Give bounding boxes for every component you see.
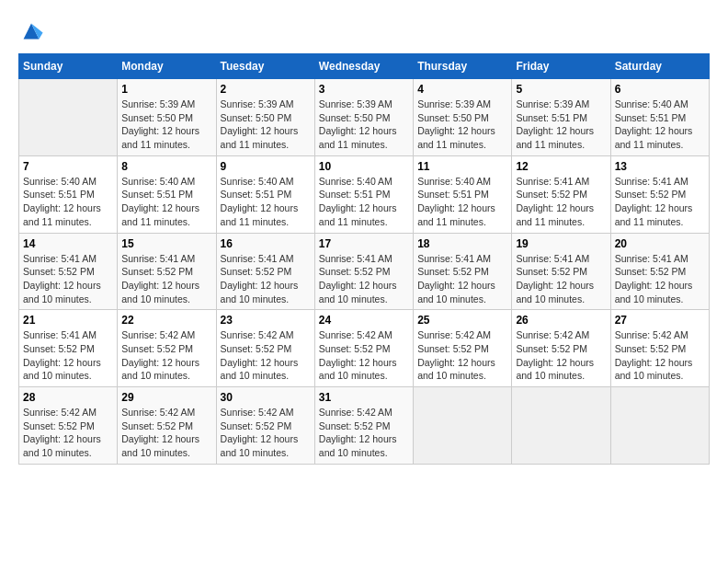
logo	[18, 18, 48, 44]
day-info: Sunrise: 5:40 AM Sunset: 5:51 PM Dayligh…	[121, 175, 211, 229]
day-info: Sunrise: 5:42 AM Sunset: 5:52 PM Dayligh…	[319, 328, 409, 383]
day-number: 9	[221, 160, 311, 173]
day-number: 25	[417, 314, 507, 327]
calendar-cell: 8Sunrise: 5:40 AM Sunset: 5:51 PM Daylig…	[118, 155, 216, 233]
day-info: Sunrise: 5:41 AM Sunset: 5:52 PM Dayligh…	[417, 252, 507, 306]
day-info: Sunrise: 5:41 AM Sunset: 5:52 PM Dayligh…	[221, 252, 311, 306]
calendar-cell: 7Sunrise: 5:40 AM Sunset: 5:51 PM Daylig…	[19, 155, 118, 233]
calendar-table: Sunday Monday Tuesday Wednesday Thursday…	[18, 53, 710, 465]
col-friday: Friday	[512, 54, 610, 79]
day-number: 23	[221, 314, 311, 327]
calendar-cell: 27Sunrise: 5:42 AM Sunset: 5:52 PM Dayli…	[610, 310, 709, 387]
day-number: 13	[615, 160, 705, 173]
calendar-cell: 24Sunrise: 5:42 AM Sunset: 5:52 PM Dayli…	[314, 310, 413, 387]
calendar-week-row: 28Sunrise: 5:42 AM Sunset: 5:52 PM Dayli…	[19, 387, 710, 465]
day-number: 28	[23, 391, 113, 404]
day-number: 11	[417, 160, 507, 173]
day-info: Sunrise: 5:42 AM Sunset: 5:52 PM Dayligh…	[615, 328, 705, 383]
day-number: 20	[615, 237, 705, 250]
day-info: Sunrise: 5:39 AM Sunset: 5:50 PM Dayligh…	[417, 98, 507, 152]
day-number: 6	[615, 83, 705, 96]
calendar-cell: 19Sunrise: 5:41 AM Sunset: 5:52 PM Dayli…	[512, 233, 610, 310]
day-info: Sunrise: 5:42 AM Sunset: 5:52 PM Dayligh…	[516, 328, 606, 383]
calendar-cell: 29Sunrise: 5:42 AM Sunset: 5:52 PM Dayli…	[118, 387, 216, 465]
day-number: 22	[121, 314, 211, 327]
calendar-cell: 6Sunrise: 5:40 AM Sunset: 5:51 PM Daylig…	[610, 79, 709, 156]
calendar-cell: 3Sunrise: 5:39 AM Sunset: 5:50 PM Daylig…	[314, 79, 413, 156]
calendar-cell: 18Sunrise: 5:41 AM Sunset: 5:52 PM Dayli…	[414, 233, 512, 310]
day-number: 30	[221, 391, 311, 404]
calendar-cell: 9Sunrise: 5:40 AM Sunset: 5:51 PM Daylig…	[216, 155, 314, 233]
calendar-cell: 23Sunrise: 5:42 AM Sunset: 5:52 PM Dayli…	[216, 310, 314, 387]
day-info: Sunrise: 5:39 AM Sunset: 5:50 PM Dayligh…	[319, 98, 409, 152]
day-info: Sunrise: 5:40 AM Sunset: 5:51 PM Dayligh…	[417, 175, 507, 229]
day-info: Sunrise: 5:42 AM Sunset: 5:52 PM Dayligh…	[121, 328, 211, 383]
col-wednesday: Wednesday	[314, 54, 413, 79]
page-header	[18, 18, 710, 44]
day-number: 3	[319, 83, 409, 96]
calendar-cell: 1Sunrise: 5:39 AM Sunset: 5:50 PM Daylig…	[118, 79, 216, 156]
col-tuesday: Tuesday	[216, 54, 314, 79]
day-number: 16	[221, 237, 311, 250]
calendar-cell: 21Sunrise: 5:41 AM Sunset: 5:52 PM Dayli…	[19, 310, 118, 387]
col-thursday: Thursday	[414, 54, 512, 79]
calendar-cell: 14Sunrise: 5:41 AM Sunset: 5:52 PM Dayli…	[19, 233, 118, 310]
day-info: Sunrise: 5:41 AM Sunset: 5:52 PM Dayligh…	[23, 328, 113, 383]
day-info: Sunrise: 5:39 AM Sunset: 5:50 PM Dayligh…	[121, 98, 211, 152]
calendar-cell: 12Sunrise: 5:41 AM Sunset: 5:52 PM Dayli…	[512, 155, 610, 233]
calendar-cell: 22Sunrise: 5:42 AM Sunset: 5:52 PM Dayli…	[118, 310, 216, 387]
day-number: 2	[221, 83, 311, 96]
day-number: 12	[516, 160, 606, 173]
day-number: 21	[23, 314, 113, 327]
calendar-cell: 13Sunrise: 5:41 AM Sunset: 5:52 PM Dayli…	[610, 155, 709, 233]
calendar-cell	[414, 387, 512, 465]
day-info: Sunrise: 5:41 AM Sunset: 5:52 PM Dayligh…	[516, 252, 606, 306]
day-number: 7	[23, 160, 113, 173]
calendar-cell: 30Sunrise: 5:42 AM Sunset: 5:52 PM Dayli…	[216, 387, 314, 465]
calendar-cell: 20Sunrise: 5:41 AM Sunset: 5:52 PM Dayli…	[610, 233, 709, 310]
day-info: Sunrise: 5:41 AM Sunset: 5:52 PM Dayligh…	[121, 252, 211, 306]
day-number: 29	[121, 391, 211, 404]
calendar-cell: 17Sunrise: 5:41 AM Sunset: 5:52 PM Dayli…	[314, 233, 413, 310]
calendar-cell: 2Sunrise: 5:39 AM Sunset: 5:50 PM Daylig…	[216, 79, 314, 156]
calendar-cell: 31Sunrise: 5:42 AM Sunset: 5:52 PM Dayli…	[314, 387, 413, 465]
logo-icon	[18, 18, 44, 44]
day-info: Sunrise: 5:41 AM Sunset: 5:52 PM Dayligh…	[516, 175, 606, 229]
day-info: Sunrise: 5:42 AM Sunset: 5:52 PM Dayligh…	[221, 328, 311, 383]
day-number: 17	[319, 237, 409, 250]
day-info: Sunrise: 5:40 AM Sunset: 5:51 PM Dayligh…	[221, 175, 311, 229]
calendar-cell: 10Sunrise: 5:40 AM Sunset: 5:51 PM Dayli…	[314, 155, 413, 233]
day-info: Sunrise: 5:40 AM Sunset: 5:51 PM Dayligh…	[319, 175, 409, 229]
calendar-cell: 15Sunrise: 5:41 AM Sunset: 5:52 PM Dayli…	[118, 233, 216, 310]
calendar-week-row: 7Sunrise: 5:40 AM Sunset: 5:51 PM Daylig…	[19, 155, 710, 233]
day-info: Sunrise: 5:42 AM Sunset: 5:52 PM Dayligh…	[23, 406, 113, 460]
day-info: Sunrise: 5:39 AM Sunset: 5:50 PM Dayligh…	[221, 98, 311, 152]
calendar-week-row: 21Sunrise: 5:41 AM Sunset: 5:52 PM Dayli…	[19, 310, 710, 387]
calendar-cell	[19, 79, 118, 156]
col-saturday: Saturday	[610, 54, 709, 79]
day-info: Sunrise: 5:41 AM Sunset: 5:52 PM Dayligh…	[23, 252, 113, 306]
day-info: Sunrise: 5:41 AM Sunset: 5:52 PM Dayligh…	[319, 252, 409, 306]
day-number: 26	[516, 314, 606, 327]
day-info: Sunrise: 5:42 AM Sunset: 5:52 PM Dayligh…	[121, 406, 211, 460]
day-number: 5	[516, 83, 606, 96]
day-info: Sunrise: 5:42 AM Sunset: 5:52 PM Dayligh…	[417, 328, 507, 383]
day-number: 1	[121, 83, 211, 96]
calendar-cell: 16Sunrise: 5:41 AM Sunset: 5:52 PM Dayli…	[216, 233, 314, 310]
calendar-cell: 28Sunrise: 5:42 AM Sunset: 5:52 PM Dayli…	[19, 387, 118, 465]
day-number: 8	[121, 160, 211, 173]
day-info: Sunrise: 5:41 AM Sunset: 5:52 PM Dayligh…	[615, 252, 705, 306]
col-monday: Monday	[118, 54, 216, 79]
day-number: 15	[121, 237, 211, 250]
day-number: 19	[516, 237, 606, 250]
day-number: 27	[615, 314, 705, 327]
day-info: Sunrise: 5:40 AM Sunset: 5:51 PM Dayligh…	[23, 175, 113, 229]
calendar-cell	[512, 387, 610, 465]
calendar-cell: 25Sunrise: 5:42 AM Sunset: 5:52 PM Dayli…	[414, 310, 512, 387]
col-sunday: Sunday	[19, 54, 118, 79]
day-number: 10	[319, 160, 409, 173]
day-info: Sunrise: 5:40 AM Sunset: 5:51 PM Dayligh…	[615, 98, 705, 152]
day-number: 24	[319, 314, 409, 327]
day-number: 14	[23, 237, 113, 250]
calendar-cell: 4Sunrise: 5:39 AM Sunset: 5:50 PM Daylig…	[414, 79, 512, 156]
